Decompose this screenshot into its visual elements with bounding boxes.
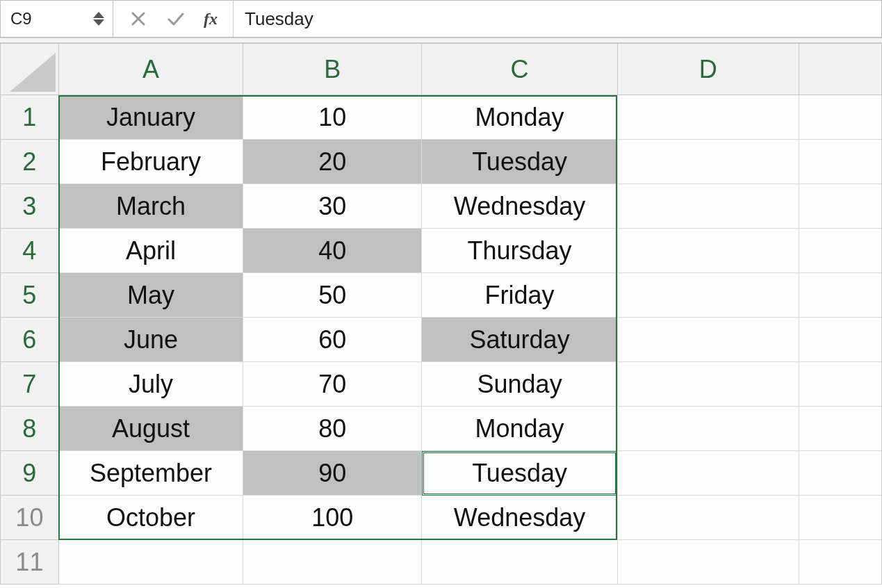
cell-D7[interactable] bbox=[617, 362, 799, 407]
spreadsheet: A B C D 1 January 10 Monday 2 February 2… bbox=[0, 43, 882, 585]
cell-E10[interactable] bbox=[799, 496, 881, 540]
cell-E3[interactable] bbox=[799, 184, 881, 229]
cell-A8[interactable]: August bbox=[58, 407, 243, 451]
row-header-11[interactable]: 11 bbox=[1, 540, 59, 585]
col-header-C[interactable]: C bbox=[422, 44, 618, 95]
row-header-1[interactable]: 1 bbox=[1, 95, 59, 140]
fx-icon[interactable]: fx bbox=[204, 10, 218, 28]
formula-input[interactable]: Tuesday bbox=[233, 1, 881, 37]
row-header-9[interactable]: 9 bbox=[1, 451, 59, 496]
cell-E5[interactable] bbox=[799, 273, 881, 318]
cell-C11[interactable] bbox=[422, 540, 618, 585]
col-header-A[interactable]: A bbox=[58, 44, 243, 95]
cell-C7[interactable]: Sunday bbox=[422, 362, 618, 407]
cell-E6[interactable] bbox=[799, 318, 881, 362]
cell-B6[interactable]: 60 bbox=[243, 318, 422, 362]
cell-D4[interactable] bbox=[617, 229, 799, 273]
formula-value: Tuesday bbox=[245, 8, 313, 30]
cell-E7[interactable] bbox=[799, 362, 881, 407]
cell-E8[interactable] bbox=[799, 407, 881, 451]
name-box-spinner[interactable] bbox=[89, 1, 108, 37]
cell-E9[interactable] bbox=[799, 451, 881, 496]
grid[interactable]: A B C D 1 January 10 Monday 2 February 2… bbox=[0, 43, 882, 585]
cell-D6[interactable] bbox=[617, 318, 799, 362]
cell-B11[interactable] bbox=[243, 540, 422, 585]
row-header-8[interactable]: 8 bbox=[1, 407, 59, 451]
cell-C6[interactable]: Saturday bbox=[422, 318, 618, 362]
row-header-2[interactable]: 2 bbox=[1, 140, 59, 184]
cell-A7[interactable]: July bbox=[58, 362, 243, 407]
cell-C9[interactable]: Tuesday bbox=[422, 451, 618, 496]
name-box-value: C9 bbox=[10, 9, 32, 28]
formula-bar: C9 fx Tuesday bbox=[0, 0, 882, 38]
cell-D3[interactable] bbox=[617, 184, 799, 229]
row-header-5[interactable]: 5 bbox=[1, 273, 59, 318]
cell-A9[interactable]: September bbox=[58, 451, 243, 496]
cell-E2[interactable] bbox=[799, 140, 881, 184]
select-all-corner[interactable] bbox=[1, 44, 59, 95]
row-header-7[interactable]: 7 bbox=[1, 362, 59, 407]
cell-B10[interactable]: 100 bbox=[243, 496, 422, 540]
cell-B2[interactable]: 20 bbox=[243, 140, 422, 184]
row-header-4[interactable]: 4 bbox=[1, 229, 59, 273]
row-header-3[interactable]: 3 bbox=[1, 184, 59, 229]
row-header-10[interactable]: 10 bbox=[1, 496, 59, 540]
cell-E4[interactable] bbox=[799, 229, 881, 273]
cell-D5[interactable] bbox=[617, 273, 799, 318]
cell-A2[interactable]: February bbox=[58, 140, 243, 184]
cell-D11[interactable] bbox=[617, 540, 799, 585]
accept-icon[interactable] bbox=[166, 9, 186, 28]
col-header-D[interactable]: D bbox=[617, 44, 799, 95]
name-box[interactable]: C9 bbox=[1, 1, 113, 37]
cell-B7[interactable]: 70 bbox=[243, 362, 422, 407]
cell-B3[interactable]: 30 bbox=[243, 184, 422, 229]
cell-A3[interactable]: March bbox=[58, 184, 243, 229]
col-header-blank[interactable] bbox=[799, 44, 881, 95]
chevron-down-icon[interactable] bbox=[93, 19, 104, 26]
cell-D8[interactable] bbox=[617, 407, 799, 451]
cell-D1[interactable] bbox=[617, 95, 799, 140]
chevron-up-icon[interactable] bbox=[93, 12, 104, 18]
cell-C8[interactable]: Monday bbox=[422, 407, 618, 451]
cell-D2[interactable] bbox=[617, 140, 799, 184]
cell-C1[interactable]: Monday bbox=[422, 95, 618, 140]
formula-controls: fx bbox=[113, 1, 233, 37]
cell-D9[interactable] bbox=[617, 451, 799, 496]
cell-C2[interactable]: Tuesday bbox=[422, 140, 618, 184]
cancel-icon[interactable] bbox=[129, 9, 148, 28]
cell-E1[interactable] bbox=[799, 95, 881, 140]
cell-B4[interactable]: 40 bbox=[243, 229, 422, 273]
formula-bar-divider bbox=[0, 38, 882, 43]
cell-A4[interactable]: April bbox=[58, 229, 243, 273]
cell-B1[interactable]: 10 bbox=[243, 95, 422, 140]
cell-A1[interactable]: January bbox=[58, 95, 243, 140]
cell-A5[interactable]: May bbox=[58, 273, 243, 318]
cell-E11[interactable] bbox=[799, 540, 881, 585]
cell-B9[interactable]: 90 bbox=[243, 451, 422, 496]
cell-A10[interactable]: October bbox=[58, 496, 243, 540]
cell-C5[interactable]: Friday bbox=[422, 273, 618, 318]
row-header-6[interactable]: 6 bbox=[1, 318, 59, 362]
cell-B8[interactable]: 80 bbox=[243, 407, 422, 451]
cell-C4[interactable]: Thursday bbox=[422, 229, 618, 273]
cell-A11[interactable] bbox=[58, 540, 243, 585]
col-header-B[interactable]: B bbox=[243, 44, 422, 95]
cell-B5[interactable]: 50 bbox=[243, 273, 422, 318]
cell-C10[interactable]: Wednesday bbox=[422, 496, 618, 540]
cell-D10[interactable] bbox=[617, 496, 799, 540]
cell-A6[interactable]: June bbox=[58, 318, 243, 362]
cell-C3[interactable]: Wednesday bbox=[422, 184, 618, 229]
